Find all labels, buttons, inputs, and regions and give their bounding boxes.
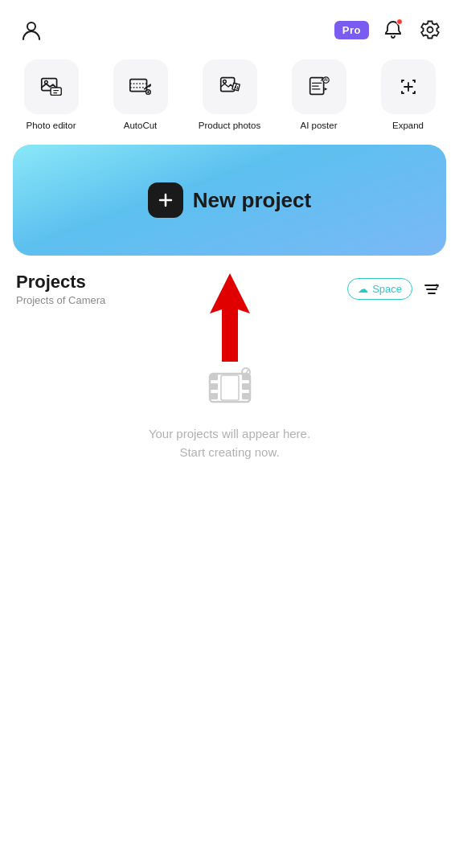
tool-ai-poster[interactable]: AI AI AI poster: [277, 59, 360, 130]
svg-rect-15: [210, 383, 218, 390]
empty-state: Your projects will appear here.Start cre…: [0, 309, 459, 477]
space-button[interactable]: ☁ Space: [347, 278, 412, 300]
pro-badge[interactable]: Pro: [334, 21, 369, 39]
sort-button[interactable]: [420, 278, 443, 301]
projects-title: Projects: [16, 272, 105, 293]
svg-text:AI: AI: [233, 85, 238, 90]
new-project-label: New project: [193, 188, 311, 213]
projects-header: Projects Projects of Camera ☁ Space: [16, 272, 443, 306]
photo-editor-label: Photo editor: [26, 121, 76, 130]
empty-state-icon: [202, 358, 258, 414]
svg-point-2: [44, 80, 47, 84]
svg-rect-20: [221, 375, 239, 400]
product-photos-icon-box: AI: [203, 59, 257, 114]
svg-point-7: [223, 80, 226, 84]
expand-icon-box: [381, 59, 436, 114]
notification-bell[interactable]: [380, 17, 406, 43]
autocut-label: AutoCut: [124, 121, 158, 130]
projects-subtitle: Projects of Camera: [16, 294, 105, 306]
new-project-banner[interactable]: New project: [13, 145, 446, 256]
space-btn-label: Space: [372, 283, 402, 295]
projects-section: Projects Projects of Camera ☁ Space: [0, 272, 459, 306]
empty-state-text: Your projects will appear here.Start cre…: [149, 425, 310, 461]
new-project-icon: [148, 182, 183, 218]
svg-point-0: [27, 23, 35, 31]
product-photos-label: Product photos: [199, 121, 260, 130]
header: Pro: [0, 0, 459, 55]
tool-photo-editor[interactable]: Photo editor: [10, 59, 92, 130]
tool-grid: Photo editor AutoCut: [0, 55, 459, 141]
expand-label: Expand: [392, 121, 424, 130]
tool-product-photos[interactable]: AI Product photos: [188, 59, 271, 130]
svg-rect-19: [242, 393, 250, 399]
ai-poster-label: AI poster: [300, 121, 337, 130]
svg-rect-18: [242, 383, 250, 390]
notification-dot: [396, 18, 403, 25]
autocut-icon-box: [113, 59, 168, 114]
user-avatar[interactable]: [16, 14, 47, 45]
cloud-icon: ☁: [358, 283, 368, 295]
tool-autocut[interactable]: AutoCut: [99, 59, 182, 130]
svg-text:AI: AI: [323, 77, 328, 82]
svg-rect-16: [210, 393, 218, 399]
svg-rect-3: [51, 88, 61, 95]
ai-poster-icon-box: AI AI: [292, 59, 346, 114]
settings-button[interactable]: [417, 17, 443, 43]
svg-rect-14: [210, 374, 218, 380]
photo-editor-icon-box: [24, 59, 79, 114]
tool-expand[interactable]: Expand: [367, 59, 449, 130]
